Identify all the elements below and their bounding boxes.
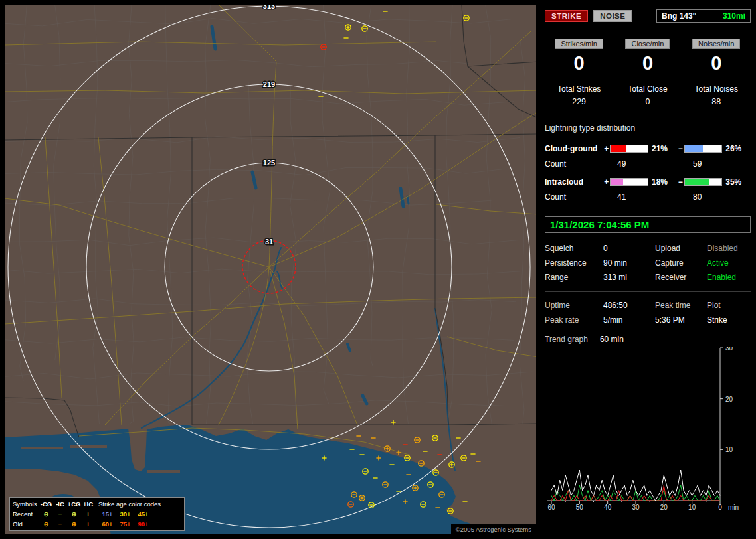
receiver-status: Enabled [707, 273, 751, 282]
persistence-label: Persistence [545, 258, 603, 268]
upload-label: Upload [655, 244, 707, 253]
intracloud-count-row: Count 41 80 [545, 193, 751, 202]
cg-neg-old-icon: ⊖ [39, 519, 53, 529]
peak-rate-value: 5/min [603, 315, 655, 325]
legend-col-cg-pos: +CG [67, 499, 81, 509]
peak-rate-label: Peak rate [545, 315, 603, 325]
legend-age-title: Strike age color codes [98, 499, 161, 509]
svg-text:10: 10 [688, 504, 696, 511]
ic-neg-recent-icon: − [53, 509, 67, 519]
range-setting-value: 313 mi [603, 273, 655, 282]
svg-text:min: min [728, 504, 739, 511]
divider [545, 291, 751, 292]
noise-indicator-button[interactable]: NOISE [593, 10, 632, 22]
cg-neg-pct: 26% [722, 144, 751, 153]
age-30: 30+ [116, 509, 134, 519]
noises-per-min-value: 0 [682, 52, 751, 74]
upload-status: Disabled [707, 244, 751, 253]
ic-pos-old-icon: + [81, 519, 95, 529]
cg-pos-bar [610, 145, 648, 153]
legend-recent-label: Recent [13, 509, 39, 519]
legend-recent-row: Recent ⊖ − ⊕ + 15+ 30+ 45+ [13, 509, 181, 519]
noises-per-min-button[interactable]: Noises/min [692, 38, 740, 49]
svg-text:40: 40 [604, 504, 612, 511]
count-label: Count [545, 159, 611, 169]
total-strikes-label: Total Strikes [545, 84, 613, 94]
ic-pos-count: 41 [611, 193, 686, 202]
ic-neg-pct: 35% [722, 177, 751, 187]
svg-text:0: 0 [718, 504, 722, 511]
status-panel: STRIKE NOISE Bng 143° 310mi Strikes/min … [539, 0, 756, 539]
range-value: 310mi [723, 11, 745, 21]
ic-pos-recent-icon: + [81, 509, 95, 519]
strike-indicator-button[interactable]: STRIKE [545, 10, 588, 22]
plot-value: Strike [707, 315, 751, 325]
cg-pos-old-icon: ⊕ [67, 519, 81, 529]
peak-time-label: Peak time [655, 301, 707, 310]
svg-text:10: 10 [725, 446, 733, 453]
strikes-per-min-value: 0 [545, 52, 613, 74]
plus-sign: + [603, 177, 610, 187]
legend-col-ic-neg: -IC [53, 499, 67, 509]
minus-sign: − [677, 177, 684, 187]
bearing-range-box: Bng 143° 310mi [656, 9, 751, 23]
plus-sign: + [603, 144, 610, 153]
age-15: 15+ [98, 509, 116, 519]
svg-text:20: 20 [725, 396, 733, 403]
svg-text:20: 20 [660, 504, 668, 511]
trend-window-value: 60 min [600, 335, 624, 344]
capture-status: Active [707, 258, 751, 268]
close-per-min-button[interactable]: Close/min [625, 38, 670, 49]
cg-neg-bar [684, 145, 723, 153]
legend-col-ic-pos: +IC [81, 499, 95, 509]
total-close-value: 0 [613, 97, 682, 106]
copyright-text: ©2005 Astrogenic Systems [451, 524, 536, 534]
cg-pos-recent-icon: ⊕ [67, 509, 81, 519]
svg-text:60: 60 [547, 504, 555, 511]
distribution-title: Lightning type distribution [545, 123, 751, 135]
total-strikes-value: 229 [545, 97, 613, 106]
rate-values-row: 0 0 0 [545, 52, 751, 74]
cloud-ground-count-row: Count 49 59 [545, 159, 751, 169]
datetime-display: 1/31/2026 7:04:56 PM [545, 216, 751, 233]
settings-grid: Squelch 0 Upload Disabled Persistence 90… [545, 244, 751, 282]
age-90: 90+ [134, 519, 152, 529]
legend-col-cg-neg: -CG [39, 499, 53, 509]
cloud-ground-row: Cloud-ground + 21% − 26% [545, 144, 751, 153]
map-legend: Symbols -CG -IC +CG +IC Strike age color… [9, 497, 185, 531]
age-60: 60+ [98, 519, 116, 529]
age-45: 45+ [134, 509, 152, 519]
svg-text:30: 30 [725, 346, 733, 352]
minus-sign: − [677, 144, 684, 153]
lightning-map[interactable]: 31321912531 Symbols -CG -IC +CG +IC Stri… [5, 5, 536, 534]
trend-label-row: Trend graph 60 min [545, 335, 751, 344]
plot-label: Plot [707, 301, 751, 310]
legend-header-row: Symbols -CG -IC +CG +IC Strike age color… [13, 499, 181, 509]
ic-pos-bar [610, 178, 648, 186]
peak-time-value: 5:36 PM [655, 315, 707, 325]
trend-graph-label: Trend graph [545, 335, 588, 344]
svg-text:313: 313 [263, 5, 275, 10]
bearing-value: Bng 143° [662, 11, 696, 21]
persistence-value: 90 min [603, 258, 655, 268]
cg-neg-count: 59 [686, 159, 702, 169]
close-per-min-value: 0 [613, 52, 682, 74]
count-label: Count [545, 193, 611, 202]
capture-label: Capture [655, 258, 707, 268]
total-noises-label: Total Noises [682, 84, 751, 94]
totals-labels-row: Total Strikes Total Close Total Noises [545, 84, 751, 94]
receiver-label: Receiver [655, 273, 707, 282]
legend-old-label: Old [13, 519, 39, 529]
rate-counter-row: Strikes/min Close/min Noises/min [545, 38, 751, 49]
total-noises-value: 88 [682, 97, 751, 106]
map-canvas[interactable]: 31321912531 [5, 5, 536, 534]
trend-graph: 3020106050403020100min [545, 346, 751, 518]
svg-text:125: 125 [263, 159, 275, 167]
ic-neg-bar [684, 178, 723, 186]
ic-pos-pct: 18% [648, 177, 677, 187]
stats-grid: Uptime 486:50 Peak time Plot Peak rate 5… [545, 301, 751, 325]
strikes-per-min-button[interactable]: Strikes/min [555, 38, 603, 49]
svg-text:31: 31 [265, 238, 273, 246]
ic-neg-old-icon: − [53, 519, 67, 529]
svg-text:30: 30 [632, 504, 640, 511]
